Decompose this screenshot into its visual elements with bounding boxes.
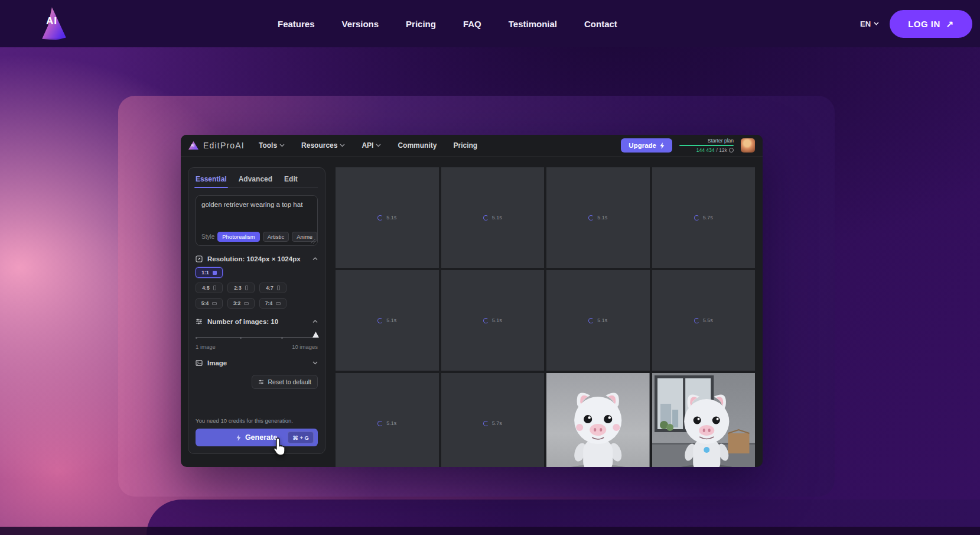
login-button[interactable]: LOG IN ↗	[890, 10, 972, 38]
slider-tick	[240, 337, 242, 339]
language-selector[interactable]: EN	[860, 0, 879, 47]
ratio-chip-7-4[interactable]: 7:4	[259, 298, 286, 309]
nav-item-features[interactable]: Features	[278, 19, 315, 29]
loading-spinner-icon	[377, 215, 383, 221]
ratio-chip-3-2[interactable]: 3:2	[227, 298, 255, 309]
slider-max-label: 10 images	[292, 343, 318, 350]
style-chip-photorealism[interactable]: Photorealism	[217, 232, 259, 242]
site-navbar: AI Features Versions Pricing FAQ Testimo…	[0, 0, 980, 47]
user-avatar[interactable]	[741, 138, 755, 153]
ratio-label: 4:7	[266, 285, 273, 291]
nav-item-contact[interactable]: Contact	[584, 19, 617, 29]
bolt-icon	[236, 435, 241, 441]
nav-item-faq[interactable]: FAQ	[463, 19, 481, 29]
ratio-chip-5-4[interactable]: 5:4	[196, 298, 223, 309]
prompt-box: golden retriever wearing a top hat Style…	[196, 195, 318, 246]
image-section-title: Image	[207, 359, 308, 367]
slider-tick	[281, 337, 283, 339]
nav-item-testimonial[interactable]: Testimonial	[509, 19, 557, 29]
generate-label: Generate	[245, 433, 277, 442]
credits-total: / 12k	[717, 147, 727, 153]
piglet-studio-image[interactable]	[546, 373, 650, 467]
menu-community[interactable]: Community	[398, 141, 437, 150]
generation-cell-loading: 5.1s	[336, 167, 439, 268]
image-count-title: Number of images: 10	[207, 318, 308, 325]
generation-timer: 5.1s	[597, 215, 607, 221]
ratio-row-3: 5:4 3:2 7:4	[196, 298, 318, 309]
ratio-chip-4-5[interactable]: 4:5	[196, 283, 223, 293]
image-section-header[interactable]: Image	[196, 359, 318, 367]
menu-resources[interactable]: Resources	[301, 141, 345, 150]
generated-image-studio-piglet[interactable]	[546, 373, 650, 467]
generate-area: You need 10 credits for this generation.…	[196, 417, 318, 446]
resolution-section-header[interactable]: Resolution: 1024px × 1024px	[196, 255, 318, 262]
loading-spinner-icon	[483, 215, 489, 221]
menu-pricing[interactable]: Pricing	[453, 141, 477, 150]
generation-cell-loading: 5.1s	[546, 167, 650, 268]
loading-spinner-icon	[483, 421, 489, 426]
footer-strip	[0, 527, 980, 535]
reset-to-default-button[interactable]: Reset to default	[252, 375, 318, 389]
settings-panel: Essential Advanced Edit golden retriever…	[188, 167, 325, 454]
generate-button[interactable]: Generate ⌘ + G	[196, 429, 318, 446]
loading-spinner-icon	[588, 318, 594, 323]
language-label: EN	[860, 20, 871, 28]
plan-progress-bar	[679, 145, 734, 146]
style-label: Style	[201, 234, 214, 240]
menu-api[interactable]: API	[362, 141, 381, 150]
generation-cell-loading: 5.1s	[441, 167, 545, 268]
ratio-row-1: 1:1	[196, 267, 318, 278]
ratio-label: 7:4	[265, 300, 272, 306]
app-window: AI EditProAI Tools Resources API Communi…	[181, 135, 763, 467]
tab-edit[interactable]: Edit	[284, 175, 298, 183]
generation-cell-loading: 5.1s	[336, 373, 439, 467]
app-brand[interactable]: EditProAI	[203, 141, 245, 150]
image-count-slider[interactable]	[196, 335, 318, 341]
loading-spinner-icon	[694, 318, 699, 323]
ratio-chip-2-3[interactable]: 2:3	[227, 283, 255, 293]
chevron-down-icon	[376, 144, 381, 147]
chevron-down-icon	[312, 361, 318, 365]
nav-item-versions[interactable]: Versions	[342, 19, 379, 29]
loading-spinner-icon	[588, 215, 594, 221]
tab-essential[interactable]: Essential	[196, 175, 227, 183]
resize-icon	[196, 255, 203, 262]
plan-name: Starter plan	[708, 138, 734, 144]
image-icon	[196, 359, 203, 367]
ratio-label: 4:5	[202, 285, 209, 291]
aspect-landscape-icon	[276, 302, 281, 305]
generation-grid: 5.1s 5.1s 5.1s 5.7s 5.1s 5.1s	[336, 167, 755, 467]
textarea-resize-handle[interactable]	[311, 239, 315, 244]
nav-item-pricing[interactable]: Pricing	[406, 19, 436, 29]
upgrade-button[interactable]: Upgrade	[621, 138, 672, 153]
menu-community-label: Community	[398, 141, 437, 150]
plan-status: Starter plan 144 434 / 12k	[679, 138, 734, 153]
aspect-landscape-icon	[244, 302, 249, 305]
site-logo[interactable]: AI	[31, 4, 76, 43]
ratio-chip-4-7[interactable]: 4:7	[259, 283, 286, 293]
generated-image-room-piglet[interactable]	[652, 373, 756, 467]
loading-spinner-icon	[694, 215, 699, 221]
chevron-down-icon	[874, 22, 879, 25]
slider-track	[196, 337, 318, 338]
prompt-input[interactable]: golden retriever wearing a top hat	[201, 200, 312, 232]
image-count-section-header[interactable]: Number of images: 10	[196, 318, 318, 325]
slider-tick	[196, 337, 197, 339]
chevron-up-icon	[312, 257, 318, 261]
ratio-chip-1-1[interactable]: 1:1	[196, 267, 223, 278]
generation-cell-loading: 5.7s	[652, 167, 756, 268]
style-row: Style Photorealism Artistic Anime	[201, 232, 312, 242]
slider-handle[interactable]	[312, 332, 319, 338]
generation-timer: 5.7s	[492, 420, 502, 426]
menu-api-label: API	[362, 141, 373, 150]
ratio-label: 2:3	[234, 285, 241, 291]
ratio-label: 5:4	[201, 300, 209, 306]
panel-tabs: Essential Advanced Edit	[196, 175, 318, 188]
piglet-room-image[interactable]	[652, 373, 756, 467]
style-chip-artistic[interactable]: Artistic	[263, 232, 289, 242]
menu-tools[interactable]: Tools	[259, 141, 285, 150]
loading-spinner-icon	[377, 421, 383, 426]
reset-label: Reset to default	[268, 378, 311, 385]
chevron-down-icon	[340, 144, 345, 147]
tab-advanced[interactable]: Advanced	[239, 175, 272, 183]
